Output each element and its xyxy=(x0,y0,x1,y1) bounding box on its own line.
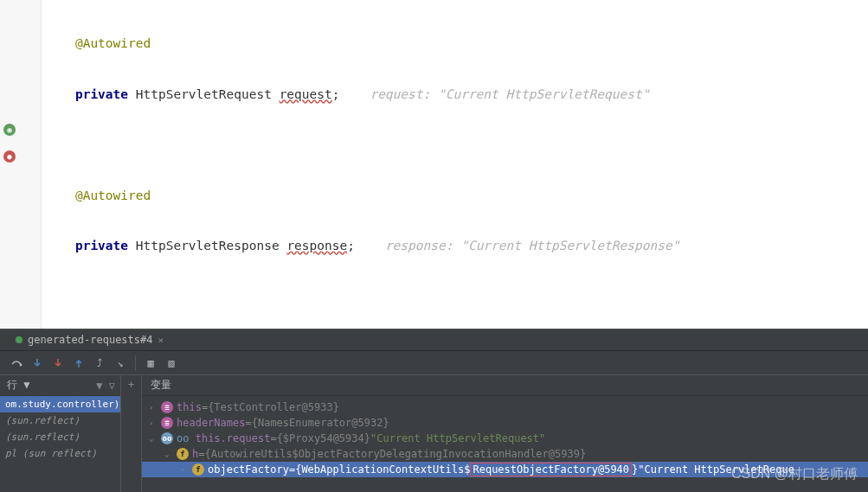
close-icon[interactable]: × xyxy=(158,335,164,346)
force-step-into-icon[interactable] xyxy=(48,354,68,373)
debug-toolbar: ⤴ ↘ ▦ ▧ xyxy=(0,351,868,375)
code-editor[interactable]: ◉ ● @Autowired private HttpServletReques… xyxy=(0,0,868,329)
filter-icon[interactable]: ▼ ▽ xyxy=(96,380,115,392)
annotation-autowired: @Autowired xyxy=(75,188,151,202)
frame-row[interactable]: pl (sun reflect) xyxy=(0,445,120,462)
frame-row[interactable]: (sun.reflect) xyxy=(0,412,120,429)
variables-panel: 变量 ›≡this = {TestController@5933}›≡heade… xyxy=(142,375,868,492)
web-endpoint-icon[interactable]: ◉ xyxy=(3,124,16,136)
svg-point-0 xyxy=(20,363,23,366)
frame-row[interactable]: (sun.reflect) xyxy=(0,429,120,445)
step-out-icon[interactable] xyxy=(69,354,88,373)
trace-icon[interactable]: ▧ xyxy=(162,354,181,373)
step-into-icon[interactable] xyxy=(28,354,47,373)
debug-panel: ⤴ ↘ ▦ ▧ 行 ▼ ▼ ▽ om.study.controller)(sun… xyxy=(0,351,868,492)
variables-tree[interactable]: ›≡this = {TestController@5933}›≡headerNa… xyxy=(142,396,868,481)
annotation-autowired: @Autowired xyxy=(75,36,151,50)
drop-frame-icon[interactable]: ⤴ xyxy=(90,354,109,373)
run-status-icon xyxy=(16,336,23,343)
inlay-hint: request: "Current HttpServletRequest" xyxy=(370,87,649,101)
add-watch-icon[interactable]: + xyxy=(121,375,142,492)
field-request[interactable]: request xyxy=(280,87,332,101)
frames-panel: 行 ▼ ▼ ▽ om.study.controller)(sun.reflect… xyxy=(0,375,121,492)
debug-tab-bar: generated-requests#4 × xyxy=(0,329,868,351)
field-response[interactable]: response xyxy=(286,239,347,252)
evaluate-icon[interactable]: ▦ xyxy=(141,354,160,373)
debug-tab[interactable]: generated-requests#4 × xyxy=(7,330,172,349)
frames-list[interactable]: om.study.controller)(sun.reflect)(sun.re… xyxy=(0,396,120,492)
variable-row[interactable]: ⌄fh = {AutowireUtils$ObjectFactoryDelega… xyxy=(142,446,868,462)
frame-row[interactable]: om.study.controller) xyxy=(0,396,120,412)
inlay-hint: response: "Current HttpServletResponse" xyxy=(385,239,679,252)
breakpoint-icon[interactable]: ● xyxy=(3,150,16,163)
step-over-icon[interactable] xyxy=(7,354,26,373)
code-area[interactable]: @Autowired private HttpServletRequest re… xyxy=(42,0,868,329)
variable-row[interactable]: ›≡this = {TestController@5933} xyxy=(142,399,868,415)
run-to-cursor-icon[interactable]: ↘ xyxy=(111,354,130,373)
variable-row[interactable]: ›≡headerNames = {NamesEnumerator@5932} xyxy=(142,415,868,431)
variable-row[interactable]: ›fobjectFactory = {WebApplicationContext… xyxy=(142,462,868,477)
variables-label: 变量 xyxy=(151,378,171,393)
frames-label[interactable]: 行 ▼ xyxy=(7,378,29,393)
gutter: ◉ ● xyxy=(0,0,42,329)
variable-row[interactable]: ⌄oooo this.request = {$Proxy54@5934} "Cu… xyxy=(142,431,868,446)
